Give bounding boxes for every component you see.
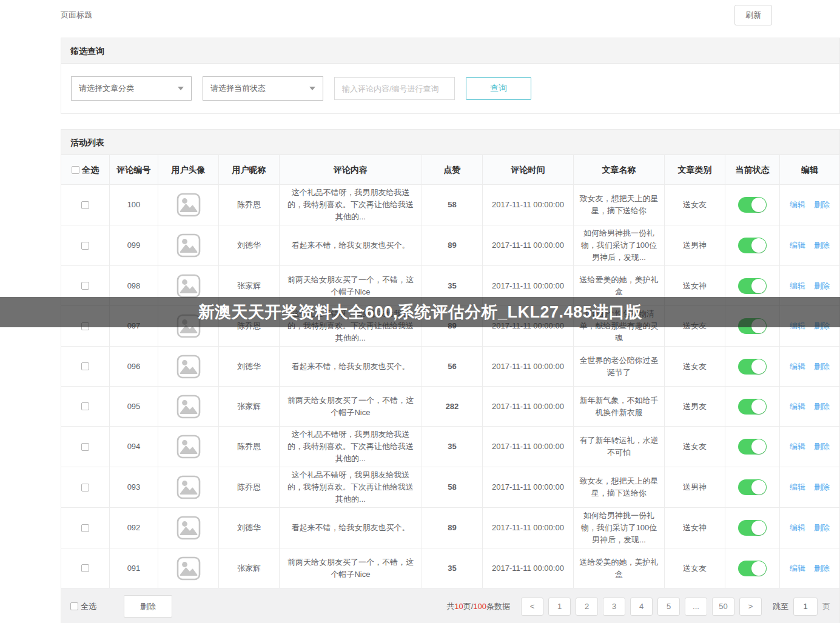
avatar-cell	[158, 347, 219, 387]
edit-link[interactable]: 编辑	[790, 401, 805, 413]
delete-link[interactable]: 删除	[814, 239, 830, 252]
comment-content-cell: 前两天给女朋友买了一个，不错，这个帽子Nice	[280, 548, 422, 588]
row-select-cell	[61, 225, 110, 266]
row-checkbox[interactable]	[81, 484, 89, 491]
delete-link[interactable]: 删除	[814, 562, 830, 575]
filter-card: 筛选查询 请选择文章分类 请选择当前状态 查询	[61, 38, 840, 114]
refresh-button[interactable]: 刷新	[734, 5, 772, 25]
status-toggle[interactable]	[738, 439, 767, 455]
row-checkbox[interactable]	[81, 201, 89, 209]
edit-link[interactable]: 编辑	[790, 441, 805, 453]
table-row: 095 张家辉 前两天给女朋友买了一个，不错，这个帽子Nice 282 2017…	[61, 387, 839, 427]
page-button[interactable]: 3	[603, 598, 625, 616]
comment-content-cell: 看起来不错，给我女朋友也买个。	[280, 508, 422, 548]
likes-cell: 89	[422, 508, 483, 548]
page-button[interactable]: 50	[712, 598, 734, 616]
status-toggle[interactable]	[738, 278, 767, 294]
row-checkbox[interactable]	[81, 362, 89, 370]
comment-id-cell: 094	[110, 427, 158, 467]
image-placeholder-icon	[176, 233, 201, 258]
article-name-cell: 有了新年转运礼，水逆不可怕	[574, 427, 665, 467]
row-select-cell	[61, 347, 110, 387]
image-placeholder-icon	[176, 475, 201, 499]
page-button[interactable]: 4	[630, 598, 653, 616]
edit-link[interactable]: 编辑	[790, 481, 805, 493]
current-status-select[interactable]: 请选择当前状态	[203, 76, 323, 101]
status-toggle[interactable]	[738, 197, 767, 213]
status-toggle[interactable]	[738, 561, 767, 576]
footer-bar: 全选 删除 共10页/100条数据 <12345...50> 跳至 页	[61, 588, 840, 623]
status-toggle[interactable]	[738, 399, 767, 415]
page-button[interactable]: >	[739, 598, 762, 616]
count-total: 100	[473, 602, 486, 611]
article-name-cell: 送给爱美的她，美护礼盒	[574, 548, 665, 588]
select-all-checkbox[interactable]	[72, 166, 79, 174]
count-suffix: 条数据	[486, 602, 510, 611]
comment-id-cell: 096	[110, 347, 158, 387]
delete-link[interactable]: 删除	[814, 361, 830, 373]
row-checkbox[interactable]	[81, 242, 89, 250]
delete-link[interactable]: 删除	[814, 441, 830, 453]
page-button[interactable]: 1	[548, 598, 571, 616]
article-category-cell: 送女友	[665, 347, 725, 387]
row-checkbox[interactable]	[81, 443, 89, 451]
page-button[interactable]: ...	[685, 598, 707, 616]
page-button[interactable]: 2	[576, 598, 598, 616]
main-content: 筛选查询 请选择文章分类 请选择当前状态 查询 活动列表 全选 评论编号 用户头…	[61, 38, 840, 623]
header-select-all: 全选	[61, 155, 110, 185]
row-checkbox[interactable]	[81, 282, 89, 290]
row-checkbox[interactable]	[81, 402, 89, 410]
image-placeholder-icon	[176, 516, 201, 540]
nickname-cell: 张家辉	[219, 548, 280, 588]
page-button[interactable]: 5	[657, 598, 680, 616]
select-all-label: 全选	[82, 164, 99, 176]
header-article: 文章名称	[574, 155, 665, 185]
delete-link[interactable]: 删除	[814, 522, 830, 534]
row-select-cell	[61, 387, 110, 427]
current-status-select-value: 请选择当前状态	[210, 83, 266, 94]
edit-link[interactable]: 编辑	[790, 361, 805, 373]
row-checkbox[interactable]	[81, 564, 89, 572]
article-category-select[interactable]: 请选择文章分类	[71, 76, 192, 101]
status-toggle[interactable]	[738, 479, 767, 495]
header-likes: 点赞	[422, 155, 483, 185]
article-category-select-value: 请选择文章分类	[79, 83, 134, 94]
table-section-title: 活动列表	[61, 130, 839, 155]
delete-link[interactable]: 删除	[814, 280, 830, 292]
status-toggle[interactable]	[738, 520, 767, 536]
avatar-cell	[158, 427, 219, 467]
status-toggle[interactable]	[738, 359, 767, 375]
edit-link[interactable]: 编辑	[790, 522, 805, 534]
search-input[interactable]	[334, 77, 455, 100]
header-time: 评论时间	[483, 155, 574, 185]
footer-select-all-checkbox[interactable]	[70, 602, 78, 610]
filter-section-title: 筛选查询	[61, 38, 839, 64]
filter-body: 请选择文章分类 请选择当前状态 查询	[61, 64, 839, 113]
edit-link[interactable]: 编辑	[790, 199, 805, 211]
article-category-cell: 送女神	[665, 508, 725, 548]
header-comment-id: 评论编号	[110, 155, 158, 185]
header-nickname: 用户昵称	[219, 155, 280, 185]
batch-delete-button[interactable]: 删除	[124, 595, 172, 618]
comment-time-cell: 2017-11-11 00:00:00	[483, 508, 574, 548]
table-row: 094 陈乔恩 这个礼品不错呀，我男朋友给我送的，我特别喜欢。下次再让他给我送其…	[61, 427, 839, 467]
edit-link[interactable]: 编辑	[790, 280, 805, 292]
status-toggle[interactable]	[738, 238, 767, 253]
comment-time-cell: 2017-11-11 00:00:00	[483, 225, 574, 266]
edit-link[interactable]: 编辑	[790, 562, 805, 575]
actions-cell: 编辑 删除	[780, 548, 839, 588]
jump-page-input[interactable]	[793, 598, 818, 616]
actions-cell: 编辑 删除	[780, 427, 839, 467]
search-button[interactable]: 查询	[466, 77, 531, 100]
row-select-cell	[61, 427, 110, 467]
page-button[interactable]: <	[521, 598, 543, 616]
comment-id-cell: 092	[110, 508, 158, 548]
delete-link[interactable]: 删除	[814, 401, 830, 413]
comment-content-cell: 这个礼品不错呀，我男朋友给我送的，我特别喜欢。下次再让他给我送其他的...	[280, 467, 422, 508]
edit-link[interactable]: 编辑	[790, 239, 805, 252]
row-checkbox[interactable]	[81, 524, 89, 532]
comment-id-cell: 100	[110, 185, 158, 225]
article-name-cell: 致女友，想把天上的星星，摘下送给你	[574, 467, 665, 508]
delete-link[interactable]: 删除	[814, 199, 830, 211]
delete-link[interactable]: 删除	[814, 481, 830, 493]
